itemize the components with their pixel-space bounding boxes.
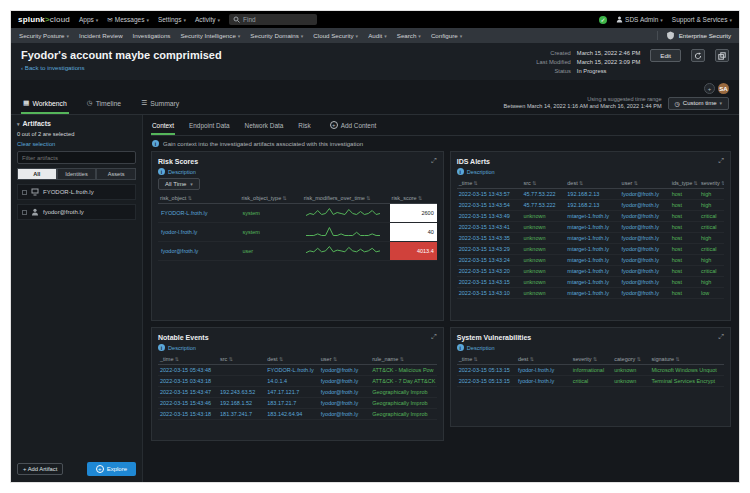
cell[interactable]: host [670, 222, 699, 233]
cell[interactable]: system [239, 223, 301, 242]
find-search-input[interactable]: Find [229, 14, 317, 25]
artifact-asset-row[interactable]: FYODOR-L.froth.ly [17, 184, 136, 200]
cell[interactable]: fyodor@froth.ly [620, 211, 670, 222]
cell[interactable]: mtarget-1.froth.ly [565, 277, 619, 288]
cell[interactable]: fyodor@froth.ly [620, 189, 670, 200]
column-header[interactable]: src ⇅ [521, 178, 565, 189]
cell[interactable]: fyodor@froth.ly [620, 288, 670, 299]
column-header[interactable]: dest ⇅ [516, 354, 571, 365]
column-header[interactable]: risk_object_type ⇅ [239, 193, 301, 204]
tab-risk[interactable]: Risk [297, 118, 311, 135]
nav-cloud-security[interactable]: Cloud Security▾ [313, 32, 358, 39]
artifacts-header[interactable]: ▾Artifacts [17, 120, 136, 127]
description-link[interactable]: iDescription [158, 168, 437, 175]
cell[interactable]: 45.77.53.222 [521, 200, 565, 211]
cell[interactable]: unknown [521, 244, 565, 255]
column-header[interactable]: rule_name ⇅ [370, 354, 437, 365]
cell[interactable]: fyodor@froth.ly [620, 222, 670, 233]
cell[interactable]: fyodor@froth.ly [158, 242, 239, 261]
clear-selection-link[interactable]: Clear selection [17, 141, 136, 147]
custom-time-button[interactable]: ◷Custom time▾ [668, 97, 729, 110]
cell[interactable]: 2022-03-15 13:43:57 [457, 189, 522, 200]
tab-context[interactable]: Context [151, 118, 175, 135]
cell[interactable]: 2022-03-15 05:43:48 [158, 365, 218, 376]
nav-investigations[interactable]: Investigations [133, 32, 171, 39]
checkbox[interactable] [22, 210, 27, 215]
column-header[interactable]: dest ⇅ [265, 354, 319, 365]
cell[interactable]: host [670, 277, 699, 288]
cell[interactable]: system [239, 204, 301, 223]
cell[interactable]: mtarget-1.froth.ly [565, 288, 619, 299]
cell[interactable]: 2022-03-15 13:43:54 [457, 200, 522, 211]
cell[interactable]: 45.77.53.222 [521, 189, 565, 200]
cell[interactable]: Terminal Services Encrypt [649, 376, 724, 387]
cell[interactable]: high [699, 255, 724, 266]
cell[interactable]: critical [699, 222, 724, 233]
cell[interactable]: ATT&CK - Malicious Pow [370, 365, 437, 376]
description-link[interactable]: iDescription [158, 344, 437, 351]
cell[interactable]: fyodor@froth.ly [620, 233, 670, 244]
column-header[interactable]: _time ⇅ [158, 354, 218, 365]
add-artifact-button[interactable]: + Add Artifact [17, 463, 63, 475]
filter-assets-button[interactable]: Assets [96, 168, 136, 180]
refresh-button[interactable] [691, 49, 705, 62]
time-filter-dropdown[interactable]: All Time▾ [158, 178, 200, 190]
cell[interactable]: Geographically Improb [370, 398, 437, 409]
cell[interactable]: 2022-03-15 05:13:15 [457, 365, 516, 376]
nav-incident-review[interactable]: Incident Review [79, 32, 123, 39]
cell[interactable]: fyodor@froth.ly [620, 266, 670, 277]
messages-menu[interactable]: ✉Messages▾ [107, 16, 149, 24]
cell[interactable]: 192.243.63.52 [218, 387, 265, 398]
cell[interactable]: 2022-03-15 15:43:18 [158, 409, 218, 420]
cell[interactable]: high [699, 277, 724, 288]
cell[interactable]: fyodor@froth.ly [620, 255, 670, 266]
column-header[interactable]: src ⇅ [218, 354, 265, 365]
back-to-investigations-link[interactable]: ‹ Back to investigations [21, 64, 222, 71]
cell[interactable]: unknown [521, 211, 565, 222]
cell[interactable]: unknown [521, 277, 565, 288]
cell[interactable]: mtarget-1.froth.ly [565, 211, 619, 222]
filter-identities-button[interactable]: Identities [57, 168, 97, 180]
cell[interactable]: fyodor-l.froth.ly [158, 223, 239, 242]
column-header[interactable]: risk_modifiers_over_time ⇅ [302, 193, 390, 204]
cell[interactable]: host [670, 189, 699, 200]
cell[interactable]: unknown [521, 266, 565, 277]
cell[interactable]: host [670, 255, 699, 266]
cell[interactable]: mtarget-1.froth.ly [565, 255, 619, 266]
cell[interactable]: 181.37.241.7 [218, 409, 265, 420]
support-menu[interactable]: Support & Services▾ [672, 16, 732, 23]
activity-menu[interactable]: Activity▾ [195, 16, 220, 23]
explore-button[interactable]: +Explore [87, 462, 136, 476]
cell[interactable]: critical [699, 266, 724, 277]
settings-menu[interactable]: Settings▾ [158, 16, 186, 23]
nav-audit[interactable]: Audit▾ [368, 32, 387, 39]
cell[interactable]: Geographically Improb [370, 387, 437, 398]
apps-menu[interactable]: Apps▾ [79, 16, 98, 23]
cell[interactable]: fyodor@froth.ly [319, 365, 370, 376]
cell[interactable]: unknown [521, 255, 565, 266]
cell[interactable]: host [670, 200, 699, 211]
cell[interactable]: 192.168.1.52 [218, 398, 265, 409]
cell[interactable]: user [239, 242, 301, 261]
cell[interactable]: critical [699, 211, 724, 222]
cell[interactable]: 14.0.1.4 [265, 376, 319, 387]
expand-icon[interactable]: ⤢ [718, 157, 724, 165]
cell[interactable]: critical [571, 376, 613, 387]
cell[interactable]: Microsoft Windows Unquot [649, 365, 724, 376]
column-header[interactable]: dest ⇅ [565, 178, 619, 189]
cell[interactable]: unknown [521, 233, 565, 244]
nav-configure[interactable]: Configure▾ [431, 32, 462, 39]
cell[interactable]: 2022-03-15 03:43:18 [158, 376, 218, 387]
column-header[interactable]: category ⇅ [612, 354, 649, 365]
share-button[interactable] [715, 49, 729, 62]
cell[interactable]: mtarget-1.froth.ly [565, 233, 619, 244]
tab-workbench[interactable]: ▦Workbench [21, 92, 69, 114]
nav-security-domains[interactable]: Security Domains▾ [250, 32, 303, 39]
expand-icon[interactable]: ⤢ [718, 333, 724, 341]
add-content-button[interactable]: +Add Content [329, 117, 378, 135]
cell[interactable]: fyodor@froth.ly [319, 398, 370, 409]
cell[interactable]: 2022-03-15 15:43:47 [158, 387, 218, 398]
cell[interactable]: fyodor@froth.ly [620, 277, 670, 288]
column-header[interactable]: ids_type ⇅ [670, 178, 699, 189]
nav-security-posture[interactable]: Security Posture▾ [19, 32, 69, 39]
